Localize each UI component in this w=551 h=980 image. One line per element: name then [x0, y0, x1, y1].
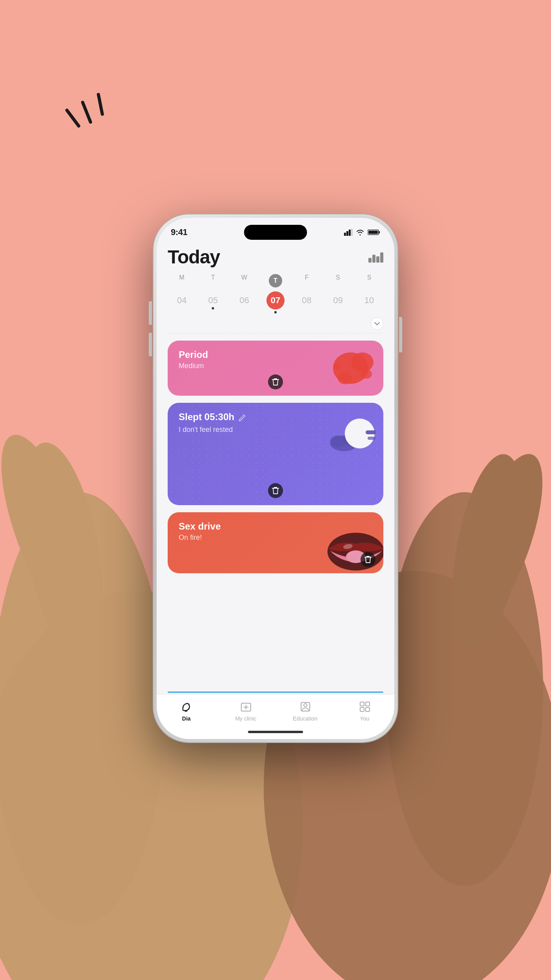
svg-rect-41 [360, 702, 364, 706]
progress-indicator [168, 691, 383, 693]
cal-day-label: W [230, 274, 259, 287]
you-icon [358, 700, 372, 714]
signal-icon [344, 229, 353, 236]
status-icons [344, 229, 380, 236]
svg-rect-42 [366, 702, 370, 706]
period-blobs-illustration [325, 348, 376, 388]
cal-today-label[interactable]: T [261, 274, 290, 287]
cal-day-label: M [168, 274, 196, 287]
sleep-card[interactable]: Slept 05:30h I don't feel rested [168, 403, 383, 505]
sparkle-decoration [63, 79, 126, 142]
svg-line-1 [83, 102, 91, 122]
svg-point-23 [351, 352, 373, 372]
svg-rect-32 [368, 437, 375, 440]
svg-rect-14 [351, 229, 353, 236]
nav-item-you[interactable]: You [335, 700, 394, 722]
cal-date-10[interactable]: 10 [355, 295, 383, 309]
cal-date-07-today[interactable]: 07 [261, 291, 290, 313]
nav-label-you: You [360, 715, 370, 722]
header: Today [168, 241, 383, 274]
home-indicator [157, 725, 394, 739]
calendar: M T W T F S S 04 [168, 274, 383, 333]
svg-rect-11 [344, 233, 346, 236]
cal-date-05[interactable]: 05 [199, 295, 227, 309]
nav-label-education: Education [293, 715, 317, 722]
nav-label-dia: Dia [182, 715, 191, 722]
nav-item-education[interactable]: Education [276, 700, 335, 722]
nav-item-dia[interactable]: Dia [157, 700, 216, 722]
svg-rect-17 [368, 231, 378, 234]
svg-rect-43 [360, 708, 364, 711]
nav-label-clinic: My clinic [235, 715, 257, 722]
cal-day-label: S [324, 274, 352, 287]
phone-frame: 9:41 [153, 215, 398, 742]
cal-date-06[interactable]: 06 [230, 295, 259, 309]
calendar-expand-button[interactable] [371, 317, 383, 330]
sleep-edit-icon[interactable] [238, 414, 246, 422]
cal-date-08[interactable]: 08 [292, 295, 321, 309]
cal-date-04[interactable]: 04 [168, 295, 196, 309]
cards-container: Period Medium [168, 341, 383, 691]
svg-point-26 [334, 363, 340, 369]
svg-rect-19 [372, 255, 375, 263]
svg-line-0 [67, 110, 79, 126]
svg-rect-31 [366, 430, 375, 434]
svg-point-29 [330, 435, 346, 447]
svg-point-24 [338, 372, 352, 384]
svg-rect-18 [368, 258, 372, 263]
volume-up-button [149, 301, 152, 325]
battery-icon [368, 229, 380, 235]
sleep-moon-illustration [324, 414, 375, 463]
clinic-icon [239, 700, 253, 714]
svg-rect-16 [379, 231, 380, 233]
education-icon [298, 700, 312, 714]
volume-down-button [149, 333, 152, 356]
cal-day-label: F [292, 274, 321, 287]
period-delete-button[interactable] [268, 374, 283, 389]
power-button [399, 317, 402, 352]
svg-line-2 [98, 94, 102, 114]
lips-illustration [320, 522, 383, 573]
sleep-delete-button[interactable] [268, 483, 283, 498]
svg-rect-12 [346, 231, 348, 236]
svg-point-40 [304, 704, 307, 707]
status-time: 9:41 [171, 227, 187, 237]
dynamic-island [244, 225, 307, 240]
svg-point-25 [361, 369, 372, 379]
page-title: Today [168, 246, 220, 268]
sex-drive-delete-button[interactable] [361, 552, 375, 567]
cal-day-label: T [199, 274, 227, 287]
svg-rect-13 [349, 230, 351, 236]
cal-date-09[interactable]: 09 [324, 295, 352, 309]
cal-day-label: S [355, 274, 383, 287]
nav-item-my-clinic[interactable]: My clinic [216, 700, 276, 722]
chart-icon[interactable] [368, 251, 383, 263]
wifi-icon [356, 229, 364, 235]
period-card[interactable]: Period Medium [168, 341, 383, 396]
sex-drive-card[interactable]: Sex drive On fire! [168, 512, 383, 573]
bottom-navigation: Dia My clinic [157, 695, 394, 725]
svg-rect-44 [366, 708, 370, 711]
svg-rect-21 [380, 252, 383, 263]
dia-icon [179, 700, 194, 714]
svg-rect-20 [376, 256, 379, 263]
